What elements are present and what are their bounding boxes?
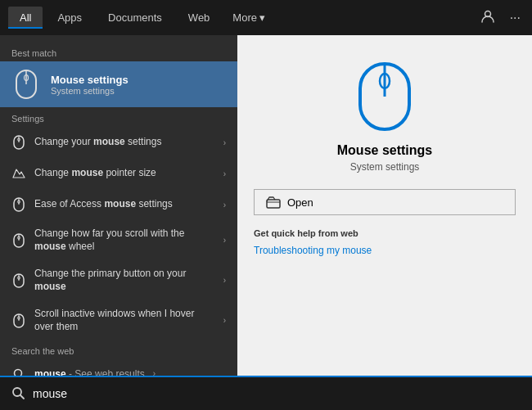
- list-item-text-1: Change your mouse settings: [34, 136, 215, 149]
- mouse-icon-5: [11, 273, 26, 288]
- best-match-subtitle: System settings: [51, 86, 128, 96]
- tab-web[interactable]: Web: [177, 7, 222, 29]
- quick-help-label: Get quick help from web: [254, 228, 516, 238]
- search-bar: [0, 376, 532, 410]
- mouse-icon-6: [11, 313, 26, 328]
- best-match-item[interactable]: Mouse settings System settings: [0, 61, 237, 107]
- right-panel-title: Mouse settings: [337, 143, 432, 158]
- tab-documents[interactable]: Documents: [97, 7, 174, 29]
- chevron-icon-web: ›: [153, 369, 156, 376]
- list-item-text-5: Change the primary button on your mouse: [34, 268, 215, 293]
- chevron-icon-4: ›: [223, 236, 226, 245]
- mouse-settings-icon: [11, 70, 41, 99]
- list-item-pointer-size[interactable]: Change mouse pointer size ›: [0, 158, 237, 189]
- nav-icons: ···: [477, 6, 524, 30]
- open-icon: [266, 196, 281, 209]
- person-icon[interactable]: [477, 6, 498, 30]
- list-item-primary-button[interactable]: Change the primary button on your mouse …: [0, 260, 237, 300]
- list-item-scroll-inactive[interactable]: Scroll inactive windows when I hover ove…: [0, 300, 237, 340]
- ellipsis-icon[interactable]: ···: [507, 7, 524, 29]
- tab-more[interactable]: More ▾: [224, 7, 273, 29]
- settings-label: Settings: [0, 107, 237, 127]
- list-item-ease-of-access[interactable]: Ease of Access mouse settings ›: [0, 189, 237, 220]
- web-help-troubleshooting[interactable]: Troubleshooting my mouse: [254, 245, 516, 256]
- svg-rect-26: [267, 200, 280, 208]
- list-item-text-2: Change mouse pointer size: [34, 167, 215, 180]
- web-search-highlight: mouse: [34, 368, 66, 376]
- more-label: More: [232, 11, 257, 24]
- right-panel: Mouse settings System settings Open Get …: [237, 35, 532, 376]
- tab-apps[interactable]: Apps: [46, 7, 93, 29]
- mouse-icon-2: [11, 166, 26, 181]
- chevron-down-icon: ▾: [259, 11, 265, 24]
- left-panel: Best match Mouse settings System setting…: [0, 35, 237, 376]
- web-search-see-results: - See web results: [66, 368, 145, 376]
- list-item-change-mouse-settings[interactable]: Change your mouse settings ›: [0, 127, 237, 158]
- right-panel-subtitle: System settings: [350, 161, 420, 173]
- web-search-item-mouse[interactable]: mouse - See web results ›: [0, 359, 237, 376]
- search-web-icon: [11, 367, 26, 376]
- mouse-icon-4: [11, 233, 26, 248]
- mouse-icon-3: [11, 197, 26, 212]
- top-nav: All Apps Documents Web More ▾ ···: [0, 0, 532, 35]
- list-item-scroll-far[interactable]: Change how far you scroll with the mouse…: [0, 220, 237, 260]
- mouse-large-icon: [356, 60, 413, 133]
- open-label: Open: [287, 196, 313, 209]
- chevron-icon-1: ›: [223, 138, 226, 147]
- search-icon: [11, 386, 25, 402]
- svg-line-28: [20, 395, 24, 399]
- list-item-text-4: Change how far you scroll with the mouse…: [34, 228, 215, 253]
- chevron-icon-6: ›: [223, 316, 226, 325]
- best-match-text: Mouse settings System settings: [51, 74, 128, 96]
- web-item-text-mouse: mouse - See web results: [34, 368, 145, 376]
- best-match-title: Mouse settings: [51, 74, 128, 86]
- list-item-text-3: Ease of Access mouse settings: [34, 198, 215, 211]
- chevron-icon-3: ›: [223, 200, 226, 210]
- chevron-icon-2: ›: [223, 169, 226, 178]
- tab-all[interactable]: All: [8, 7, 43, 29]
- main-content: Best match Mouse settings System setting…: [0, 35, 532, 376]
- chevron-icon-5: ›: [223, 276, 226, 285]
- open-button[interactable]: Open: [254, 189, 516, 215]
- mouse-icon-1: [11, 135, 26, 150]
- list-item-text-6: Scroll inactive windows when I hover ove…: [34, 308, 215, 333]
- search-web-label: Search the web: [0, 341, 237, 359]
- svg-point-19: [15, 369, 22, 376]
- best-match-label: Best match: [0, 43, 237, 61]
- search-input[interactable]: [33, 387, 521, 400]
